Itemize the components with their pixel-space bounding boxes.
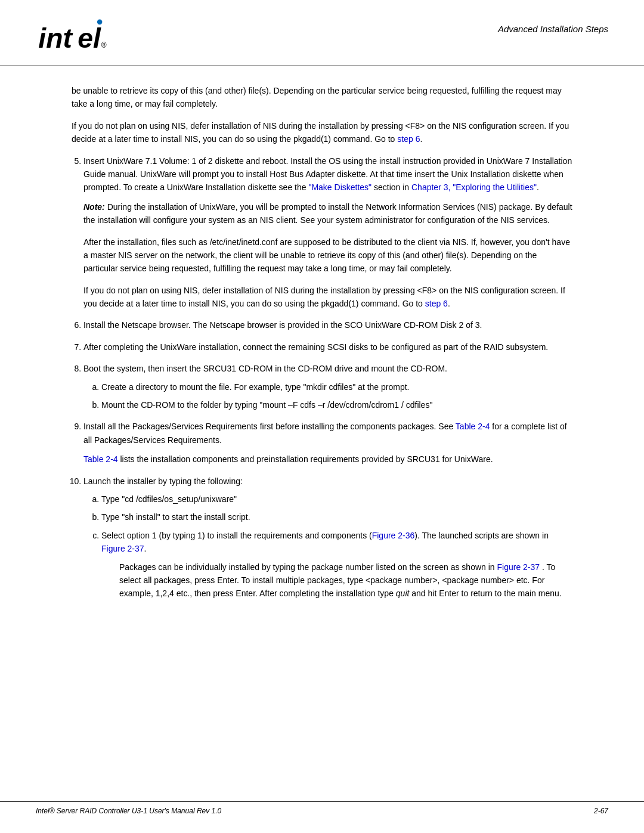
table24-link[interactable]: Table 2-4: [83, 454, 118, 464]
footer-right: 2-67: [594, 807, 608, 815]
nis-paragraph: If you do not plan on using NIS, defer i…: [83, 284, 572, 311]
step6-link-intro[interactable]: step 6: [397, 134, 420, 144]
header: int el ® Advanced Installation Steps: [0, 0, 644, 66]
footer-left: Intel® Server RAID Controller U3-1 User'…: [36, 807, 221, 815]
chapter3-link[interactable]: Chapter 3, "Exploring the Utilities": [411, 182, 537, 192]
step-8a: Create a directory to mount the file. Fo…: [101, 380, 572, 394]
step-10a: Type "cd /cdfiles/os_setup/unixware": [101, 493, 572, 506]
step-10c: Select option 1 (by typing 1) to install…: [101, 529, 572, 600]
table24-link-step9[interactable]: Table 2-4: [456, 422, 490, 431]
figure237-link-2[interactable]: Figure 2-37: [497, 562, 540, 572]
after-install-paragraph: After the installation, files such as /e…: [83, 236, 572, 275]
main-content: be unable to retrieve its copy of this (…: [0, 66, 644, 645]
step-6: Install the Netscape browser. The Netsca…: [83, 318, 572, 332]
note-label: Note:: [83, 202, 105, 212]
svg-text:®: ®: [101, 41, 107, 49]
logo-area: int el ®: [36, 18, 107, 54]
intro-paragraph-2: If you do not plan on using NIS, defer i…: [72, 119, 572, 146]
svg-point-2: [97, 20, 103, 25]
make-diskettes-link[interactable]: "Make Diskettes": [308, 182, 371, 192]
figure237-link[interactable]: Figure 2-37: [101, 544, 144, 553]
table24-paragraph: Table 2-4 lists the installation compone…: [83, 453, 572, 466]
step10-sublist: Type "cd /cdfiles/os_setup/unixware" Typ…: [101, 493, 572, 600]
figure236-link[interactable]: Figure 2-36: [372, 531, 415, 540]
main-steps-list: Insert UnixWare 7.1 Volume: 1 of 2 diske…: [83, 154, 572, 600]
step8-sublist: Create a directory to mount the file. Fo…: [101, 380, 572, 412]
svg-text:int: int: [38, 23, 73, 54]
intel-logo-icon: int el ®: [36, 18, 107, 54]
step-7: After completing the UnixWare installati…: [83, 340, 572, 354]
page-footer: Intel® Server RAID Controller U3-1 User'…: [0, 801, 644, 815]
svg-text:el: el: [78, 23, 101, 54]
step-8: Boot the system, then insert the SRCU31 …: [83, 362, 572, 411]
step6-link-nis[interactable]: step 6: [425, 299, 448, 308]
step-10: Launch the installer by typing the follo…: [83, 475, 572, 600]
step-9: Install all the Packages/Services Requir…: [83, 420, 572, 466]
note-paragraph: Note: During the installation of UnixWar…: [83, 200, 572, 227]
step-10b: Type "sh install" to start the install s…: [101, 510, 572, 524]
page-header-title: Advanced Installation Steps: [498, 18, 608, 34]
intro-paragraph-1: be unable to retrieve its copy of this (…: [72, 84, 572, 111]
step-8b: Mount the CD-ROM to the folder by typing…: [101, 398, 572, 411]
page-container: int el ® Advanced Installation Steps be …: [0, 0, 644, 833]
step-5: Insert UnixWare 7.1 Volume: 1 of 2 diske…: [83, 154, 572, 311]
packages-paragraph: Packages can be individually installed b…: [119, 561, 572, 600]
